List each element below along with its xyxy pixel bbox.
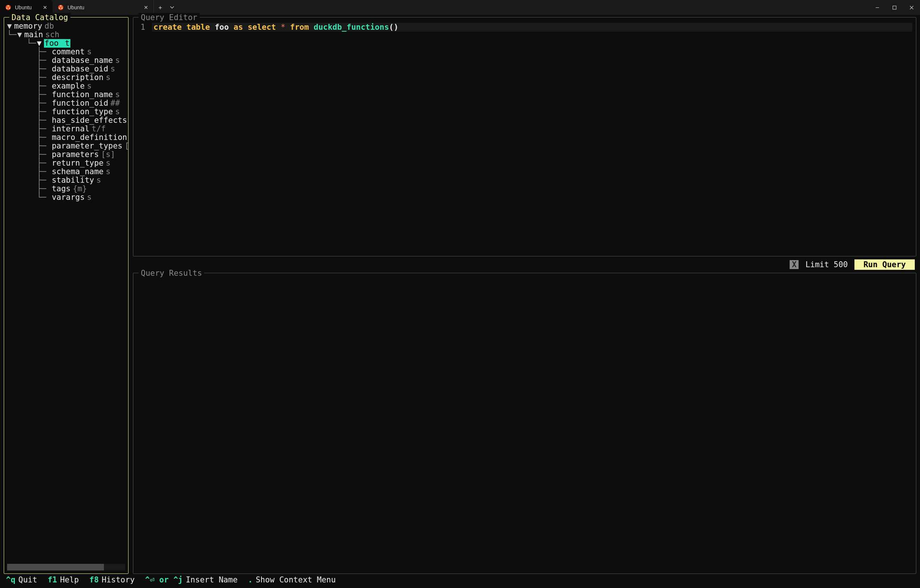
tree-branch-icon: ├─ bbox=[37, 168, 52, 176]
tree-column-node[interactable]: ├─stabilitys bbox=[37, 176, 128, 184]
footer-label: Insert Name bbox=[186, 575, 238, 584]
terminal-window: Ubuntu ✕ Ubuntu ✕ + Data Catalog bbox=[0, 0, 920, 588]
tree-db-node[interactable]: ▼ memory db bbox=[7, 22, 125, 31]
close-icon[interactable]: ✕ bbox=[43, 5, 47, 10]
query-editor-panel[interactable]: Query Editor 1 create table foo as selec… bbox=[133, 17, 916, 257]
code-line[interactable]: create table foo as select * from duckdb… bbox=[152, 23, 912, 32]
triangle-down-icon[interactable]: ▼ bbox=[7, 22, 12, 31]
footer-hint: ^qQuit bbox=[6, 575, 37, 584]
tree-column-node[interactable]: ├─comments bbox=[37, 48, 128, 56]
column-type: ## bbox=[111, 99, 120, 108]
tree-branch-icon: ├─ bbox=[37, 108, 52, 116]
tree-branch-icon: ├─ bbox=[37, 48, 52, 56]
column-type: [ bbox=[125, 142, 128, 150]
tab-ubuntu-2[interactable]: Ubuntu ✕ bbox=[52, 0, 154, 15]
data-catalog-panel[interactable]: Data Catalog ▼ memory db └─ ▼ main bbox=[4, 17, 128, 574]
tree-branch-icon: ├─ bbox=[37, 133, 52, 142]
ubuntu-icon bbox=[58, 5, 64, 10]
new-tab-button[interactable]: + bbox=[154, 0, 167, 15]
column-type: t/f bbox=[92, 125, 106, 133]
footer-key: . bbox=[248, 575, 253, 584]
column-type: s bbox=[87, 48, 92, 56]
column-name: database_oid bbox=[52, 65, 109, 73]
tree-table-node[interactable]: ▼ foo t bbox=[37, 39, 128, 48]
ubuntu-icon bbox=[5, 5, 11, 10]
column-name: function_type bbox=[52, 108, 113, 116]
footer-key: f8 bbox=[89, 575, 99, 584]
tree-branch-icon: ├─ bbox=[37, 176, 52, 184]
column-type: s bbox=[111, 65, 115, 73]
tree-column-node[interactable]: ├─database_names bbox=[37, 56, 128, 65]
tree-column-node[interactable]: ├─parameter_types[ bbox=[37, 142, 128, 150]
tree-column-node[interactable]: ├─macro_definition bbox=[37, 133, 128, 142]
panel-title: Data Catalog bbox=[9, 13, 70, 22]
catalog-tree[interactable]: ▼ memory db └─ ▼ main sch bbox=[4, 18, 128, 562]
footer-help: ^qQuitf1Helpf8History^⏎ or ^jInsert Name… bbox=[4, 574, 916, 586]
window-controls bbox=[868, 0, 920, 15]
tree-column-node[interactable]: ├─function_types bbox=[37, 108, 128, 116]
svg-point-5 bbox=[60, 5, 62, 6]
tree-column-node[interactable]: ├─examples bbox=[37, 82, 128, 90]
editor-body[interactable]: 1 create table foo as select * from duck… bbox=[133, 18, 916, 36]
column-type: s bbox=[115, 56, 120, 65]
titlebar: Ubuntu ✕ Ubuntu ✕ + bbox=[0, 0, 920, 15]
close-window-button[interactable] bbox=[903, 0, 920, 15]
tree-branch-icon: ├─ bbox=[37, 90, 52, 99]
tab-ubuntu-1[interactable]: Ubuntu ✕ bbox=[0, 0, 52, 15]
tree-column-node[interactable]: ├─descriptions bbox=[37, 73, 128, 82]
footer-key: ^⏎ or ^j bbox=[145, 575, 183, 584]
column-list: ├─comments ├─database_names ├─database_o… bbox=[37, 48, 128, 202]
footer-label: Show Context Menu bbox=[256, 575, 335, 584]
horizontal-scrollbar[interactable] bbox=[7, 564, 125, 570]
column-type: s bbox=[87, 193, 92, 202]
column-type: {m} bbox=[73, 184, 87, 193]
tab-title: Ubuntu bbox=[67, 5, 84, 10]
tree-schema-node[interactable]: ▼ main sch bbox=[17, 31, 128, 39]
editor-controls: X Limit 500 Run Query bbox=[133, 259, 916, 270]
tree-column-node[interactable]: ├─function_oid## bbox=[37, 99, 128, 108]
limit-checkbox[interactable]: X bbox=[790, 260, 799, 269]
line-number: 1 bbox=[137, 23, 152, 32]
triangle-down-icon[interactable]: ▼ bbox=[17, 31, 22, 39]
tree-column-node[interactable]: ├─has_side_effects bbox=[37, 116, 128, 125]
tree-column-node[interactable]: ├─function_names bbox=[37, 90, 128, 99]
limit-label: Limit 500 bbox=[805, 260, 848, 269]
column-name: varargs bbox=[52, 193, 85, 202]
column-name: internal bbox=[52, 125, 89, 133]
column-name: function_name bbox=[52, 90, 113, 99]
tree-column-node[interactable]: ├─schema_names bbox=[37, 168, 128, 176]
tree-column-node[interactable]: ├─tags{m} bbox=[37, 184, 128, 193]
column-type: s bbox=[106, 159, 111, 168]
footer-hint: f1Help bbox=[48, 575, 79, 584]
scrollbar-thumb[interactable] bbox=[7, 564, 104, 570]
tree-column-node[interactable]: ├─parameters[s] bbox=[37, 150, 128, 159]
footer-key: f1 bbox=[48, 575, 57, 584]
tree-column-node[interactable]: ├─database_oids bbox=[37, 65, 128, 73]
query-results-panel: Query Results bbox=[133, 273, 916, 574]
svg-point-2 bbox=[6, 7, 7, 8]
tree-column-node[interactable]: ├─return_types bbox=[37, 159, 128, 168]
column-name: function_oid bbox=[52, 99, 109, 108]
triangle-down-icon[interactable]: ▼ bbox=[37, 39, 42, 48]
tree-column-node[interactable]: └─varargss bbox=[37, 193, 128, 202]
run-query-button[interactable]: Run Query bbox=[854, 259, 915, 270]
maximize-button[interactable] bbox=[886, 0, 903, 15]
column-name: database_name bbox=[52, 56, 113, 65]
tree-branch-icon: ├─ bbox=[37, 142, 52, 150]
column-name: schema_name bbox=[52, 168, 104, 176]
tree-column-node[interactable]: ├─internalt/f bbox=[37, 125, 128, 133]
column-type: s bbox=[106, 168, 111, 176]
tab-dropdown-button[interactable] bbox=[167, 0, 178, 15]
column-name: description bbox=[52, 73, 104, 82]
tree-branch-icon: ├─ bbox=[37, 99, 52, 108]
tree-branch-icon: └─ bbox=[17, 39, 37, 202]
svg-rect-8 bbox=[893, 6, 896, 9]
footer-hint: f8History bbox=[89, 575, 135, 584]
close-icon[interactable]: ✕ bbox=[144, 5, 148, 10]
tree-branch-icon: ├─ bbox=[37, 159, 52, 168]
minimize-button[interactable] bbox=[868, 0, 886, 15]
column-name: stability bbox=[52, 176, 94, 184]
column-type: [s] bbox=[101, 150, 115, 159]
svg-point-6 bbox=[59, 7, 60, 8]
footer-label: Quit bbox=[18, 575, 37, 584]
